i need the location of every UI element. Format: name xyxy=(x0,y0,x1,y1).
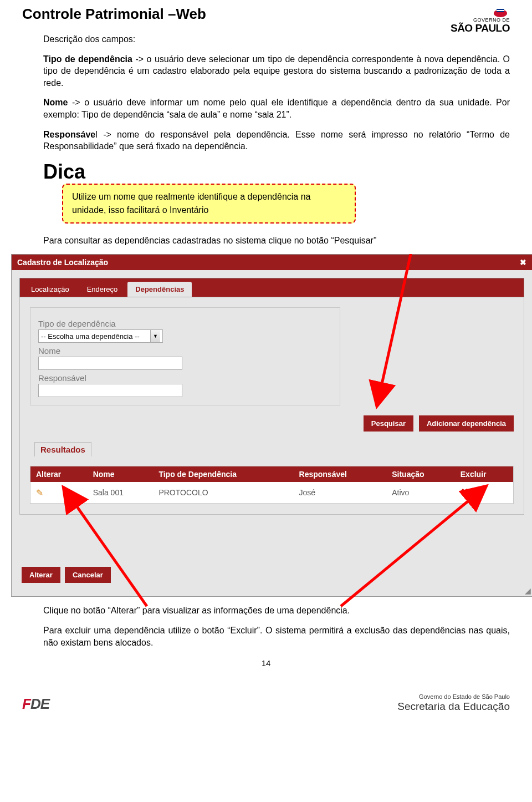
resultados-tab: Resultados xyxy=(34,442,91,456)
clique-alterar-text: Clique no botão “Alterar” para visualiza… xyxy=(43,605,510,617)
col-tipo: Tipo de Dependência xyxy=(153,466,293,482)
cell-sit: Ativo xyxy=(386,482,455,504)
responsavel-input[interactable] xyxy=(38,384,182,397)
resize-grip-icon[interactable]: ◢ xyxy=(525,586,531,595)
col-responsavel: Responsável xyxy=(294,466,387,482)
delete-icon[interactable]: ✖ xyxy=(461,487,469,498)
svg-rect-2 xyxy=(497,8,504,9)
page-number: 14 xyxy=(22,658,510,668)
para-consultar: Para consultar as dependências cadastrad… xyxy=(43,235,510,247)
nome-input[interactable] xyxy=(38,357,182,370)
tab-localizacao[interactable]: Localização xyxy=(23,282,77,297)
tabs-bar: Localização Endereço Dependências xyxy=(19,278,524,297)
dica-tip-box: Utilize um nome que realmente identifiqu… xyxy=(62,184,356,224)
close-icon[interactable]: ✖ xyxy=(520,258,526,267)
para-excluir-text: Para excluir uma dependência utilize o b… xyxy=(43,625,510,648)
cell-nome: Sala 001 xyxy=(88,482,154,504)
modal-title: Cadastro de Localização xyxy=(17,258,108,267)
responsavel-label: Responsável xyxy=(38,373,332,383)
chevron-down-icon[interactable]: ▼ xyxy=(150,330,160,342)
col-alterar: Alterar xyxy=(30,466,88,482)
page-title: Controle Patrimonial –Web xyxy=(22,6,206,23)
form-box: Tipo de dependência -- Escolha uma depen… xyxy=(30,307,340,405)
modal-header: Cadastro de Localização ✖ xyxy=(12,255,532,270)
tab-dependencias[interactable]: Dependências xyxy=(127,282,192,297)
cell-resp: José xyxy=(294,482,387,504)
col-situacao: Situação xyxy=(386,466,455,482)
results-table: Alterar Nome Tipo de Dependência Respons… xyxy=(30,466,513,504)
alterar-button[interactable]: Alterar xyxy=(22,567,60,583)
adicionar-dependencia-button[interactable]: Adicionar dependência xyxy=(419,415,514,432)
fde-logo: FDE xyxy=(22,696,49,713)
tipo-dependencia-select[interactable]: -- Escolha uma dependência -- ▼ xyxy=(38,329,163,343)
responsavel-desc: Responsável -> nome do responsável pela … xyxy=(43,129,510,153)
secretaria-educacao-logo: Governo do Estado de São Paulo Secretari… xyxy=(397,693,510,712)
tab-endereco[interactable]: Endereço xyxy=(79,282,126,297)
nome-desc: Nome -> o usuário deve informar um nome … xyxy=(43,97,510,120)
tipo-dependencia-label: Tipo de dependência xyxy=(38,319,332,328)
table-row: ✎ Sala 001 PROTOCOLO José Ativo ✖ xyxy=(30,482,513,504)
dica-heading: Dica xyxy=(43,160,510,184)
gov-sp-logo: GOVERNO DE SÃO PAULO xyxy=(451,6,510,33)
cadastro-localizacao-screenshot: Cadastro de Localização ✖ Localização En… xyxy=(11,254,532,597)
edit-icon[interactable]: ✎ xyxy=(36,488,43,498)
cancelar-button[interactable]: Cancelar xyxy=(65,567,111,583)
col-excluir: Excluir xyxy=(455,466,513,482)
descricao-campos: Descrição dos campos: xyxy=(43,33,510,45)
nome-label: Nome xyxy=(38,346,332,356)
col-nome: Nome xyxy=(88,466,154,482)
svg-rect-3 xyxy=(497,10,504,11)
cell-tipo: PROTOCOLO xyxy=(153,482,293,504)
tipo-dependencia-desc: Tipo de dependência -> o usuário deve se… xyxy=(43,53,510,89)
pesquisar-button[interactable]: Pesquisar xyxy=(364,415,413,432)
